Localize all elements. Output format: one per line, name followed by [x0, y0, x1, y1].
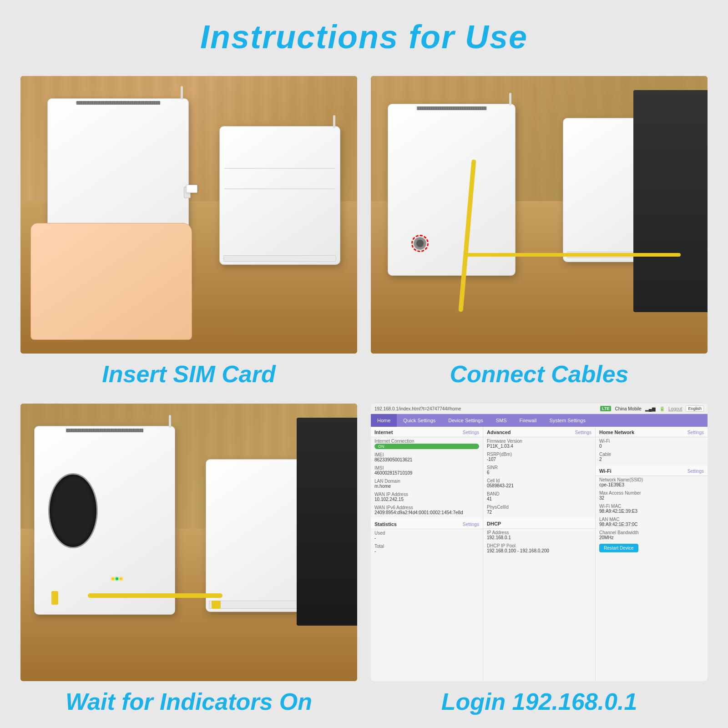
indicators-image	[20, 404, 357, 681]
advanced-settings-link[interactable]: Settings	[575, 430, 592, 435]
cell-login: 192.168.0.1/index.html?t=24747744#home L…	[364, 397, 714, 724]
connection-toggle[interactable]: ON	[374, 444, 479, 449]
instruction-grid: Insert SIM Card	[0, 69, 728, 724]
wan-ipv6-row: WAN IPv6 Address 2409:8954:d9a2:f4d4:000…	[371, 504, 483, 517]
firmware-row: Firmware Version P11K_1.03.4	[483, 437, 595, 450]
nav-sms[interactable]: SMS	[490, 414, 513, 427]
wifi-settings-title: Wi-Fi	[599, 468, 612, 474]
ui-body: Internet Settings Internet Connection ON…	[371, 427, 708, 681]
wifi-settings-header: Wi-Fi Settings	[596, 465, 708, 476]
cable-status-row: Cable 2	[596, 450, 708, 464]
nav-device-settings[interactable]: Device Settings	[442, 414, 489, 427]
dhcp-title: DHCP	[487, 521, 501, 526]
internet-connection-row: Internet Connection ON	[371, 437, 483, 451]
statistics-title: Statistics	[374, 521, 397, 527]
dhcp-header: DHCP	[483, 518, 595, 529]
cell-indicators: Wait for Indicators On	[14, 397, 364, 724]
advanced-col-header: Advanced Settings	[483, 427, 595, 437]
home-network-settings-link[interactable]: Settings	[688, 430, 704, 435]
carrier-name: China Mobile	[615, 406, 641, 411]
imei-row: IMEI 862339050013621	[371, 451, 483, 464]
rsrp-row: RSRP(dBm) -107	[483, 450, 595, 464]
signal-icon: ▂▄▆	[645, 406, 656, 411]
lan-domain-row: LAN Domain m.home	[371, 477, 483, 490]
login-image: 192.168.0.1/index.html?t=24747744#home L…	[371, 404, 708, 681]
nav-home[interactable]: Home	[371, 414, 397, 427]
dhcp-pool-row: DHCP IP Pool 192.168.0.100 - 192.168.0.2…	[483, 542, 595, 555]
router-ui: 192.168.0.1/index.html?t=24747744#home L…	[371, 404, 708, 681]
imsi-row: IMSI 460002815710109	[371, 464, 483, 477]
nav-quick-settings[interactable]: Quick Settings	[397, 414, 442, 427]
used-row: Used -	[371, 529, 483, 542]
home-network-col-header: Home Network Settings	[596, 427, 708, 437]
language-selector[interactable]: English	[686, 405, 704, 412]
max-access-row: Max Access Number 32	[596, 489, 708, 502]
wifi-status-row: Wi-Fi 0	[596, 437, 708, 450]
internet-col-title: Internet	[374, 430, 393, 435]
wan-ip-row: WAN IP Address 10.102.242.15	[371, 490, 483, 504]
statistics-settings-link[interactable]: Settings	[463, 522, 479, 527]
page-title: Instructions for Use	[0, 18, 728, 56]
restart-device-button[interactable]: Restart Device	[599, 544, 638, 552]
sim-card-image	[20, 76, 357, 354]
band-row: BAND 41	[483, 490, 595, 503]
cell-id-row: Cell Id 0589843-221	[483, 477, 595, 490]
login-label: Login 192.168.0.1	[441, 681, 637, 718]
advanced-column: Advanced Settings Firmware Version P11K_…	[483, 427, 596, 681]
url-bar: 192.168.0.1/index.html?t=24747744#home	[374, 406, 461, 411]
channel-bandwidth-row: Channel Bandwidth 20MHz	[596, 529, 708, 542]
dhcp-ip-row: IP Address 192.168.0.1	[483, 529, 595, 542]
cell-connect-cables: Connect Cables	[364, 69, 714, 397]
ui-nav: Home Quick Settings Device Settings SMS …	[371, 414, 708, 427]
lan-mac-row: LAN MAC 98:A9:42:1E:37:0C	[596, 516, 708, 529]
ui-topbar: 192.168.0.1/index.html?t=24747744#home L…	[371, 404, 708, 414]
total-row: Total -	[371, 542, 483, 556]
internet-column: Internet Settings Internet Connection ON…	[371, 427, 483, 681]
sinr-row: SINR 6	[483, 464, 595, 477]
logout-link[interactable]: Logout	[668, 406, 682, 411]
nav-system-settings[interactable]: System Settings	[543, 414, 592, 427]
lte-badge: LTE	[600, 406, 611, 411]
topbar-right: LTE China Mobile ▂▄▆ 🔋 Logout English	[600, 405, 704, 412]
internet-settings-link[interactable]: Settings	[463, 430, 479, 435]
wifi-settings-link[interactable]: Settings	[688, 469, 704, 474]
home-network-title: Home Network	[599, 430, 634, 435]
nav-firewall[interactable]: Firewall	[513, 414, 543, 427]
wifi-mac-row: Wi-Fi MAC 98:A9:42:1E:39:E3	[596, 502, 708, 516]
home-network-column: Home Network Settings Wi-Fi 0 Cable 2	[596, 427, 708, 681]
main-title-section: Instructions for Use	[0, 0, 728, 69]
sim-card-label: Insert SIM Card	[102, 354, 275, 390]
ssid-row: Network Name(SSID) cpe-1E39E3	[596, 476, 708, 489]
page-wrapper: Instructions for Use	[0, 0, 728, 724]
advanced-col-title: Advanced	[487, 430, 511, 435]
internet-col-header: Internet Settings	[371, 427, 483, 437]
statistics-header: Statistics Settings	[371, 519, 483, 529]
cables-image	[371, 76, 708, 354]
physcellid-row: PhysCellId 72	[483, 503, 595, 516]
indicators-label: Wait for Indicators On	[66, 681, 312, 718]
cables-label: Connect Cables	[450, 354, 629, 390]
cell-sim-card: Insert SIM Card	[14, 69, 364, 397]
battery-icon: 🔋	[659, 406, 665, 411]
